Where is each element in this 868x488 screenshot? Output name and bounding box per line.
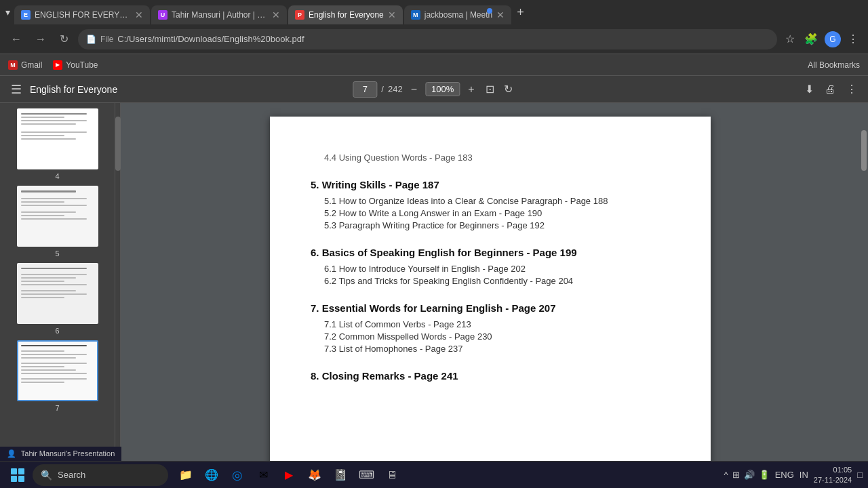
toolbar-icons: ☆ 🧩 G ⋮ (783, 30, 861, 48)
taskbar-app-youtube[interactable]: ▶ (277, 463, 301, 487)
pdf-viewer: 4 5 (0, 103, 868, 488)
bookmark-gmail[interactable]: M Gmail (8, 60, 42, 70)
tab-close-4[interactable]: ✕ (496, 9, 505, 20)
content-scrollbar[interactable] (860, 103, 868, 488)
pdf-thumb-4[interactable]: 4 (5, 108, 109, 180)
pdf-thumb-7[interactable]: 7 (5, 340, 109, 412)
tab-label-3: English for Everyone (309, 10, 384, 20)
tab-3[interactable]: P English for Everyone ✕ (288, 5, 403, 24)
bookmark-star-button[interactable]: ☆ (783, 30, 797, 48)
toc-section-6: 6. Basics of Speaking English for Beginn… (311, 247, 670, 286)
menu-button[interactable]: ⋮ (845, 30, 861, 48)
start-button[interactable] (5, 463, 30, 487)
pdf-sidebar: 4 5 (0, 103, 115, 488)
chevron-up-icon[interactable]: ^ (724, 470, 728, 480)
taskbar-app-edge[interactable]: ◎ (225, 463, 250, 487)
pdf-page: 4.4 Using Question Words - Page 183 5. W… (270, 117, 711, 474)
new-tab-button[interactable]: + (513, 5, 528, 20)
taskbar-search-label: Search (58, 470, 85, 480)
edge-icon: ◎ (232, 468, 243, 483)
file-explorer-icon: 📁 (179, 468, 193, 481)
extension-button[interactable]: 🧩 (802, 30, 821, 48)
tab-close-1[interactable]: ✕ (135, 9, 143, 20)
toc-main-5: 5. Writing Skills - Page 187 (311, 179, 670, 190)
profile-button[interactable]: G (825, 31, 841, 47)
taskbar-app-file-explorer[interactable]: 📁 (174, 463, 198, 487)
forward-button[interactable]: → (31, 30, 50, 48)
toc-sub-6-2: 6.2 Tips and Tricks for Speaking English… (324, 276, 670, 286)
print-button[interactable]: 🖨 (822, 81, 838, 98)
region-label: IN (800, 470, 808, 480)
volume-icon[interactable]: 🔊 (744, 470, 755, 480)
tab-favicon-3: P (295, 10, 304, 20)
pdf-more-button[interactable]: ⋮ (844, 80, 860, 98)
network-icon[interactable]: ⊞ (732, 470, 740, 480)
pdf-thumb-5[interactable]: 5 (5, 186, 109, 258)
zoom-in-button[interactable]: + (464, 82, 478, 97)
toc-section-7: 7. Essential Words for Learning English … (311, 302, 670, 354)
reload-button[interactable]: ↻ (56, 30, 73, 48)
taskbar-app-terminal[interactable]: ⌨ (354, 463, 378, 487)
lang-label: ENG (775, 470, 794, 480)
pdf-thumb-img-4[interactable] (17, 108, 98, 169)
download-button[interactable]: ⬇ (802, 80, 816, 98)
tab-1[interactable]: E ENGLISH FOR EVERYONE From… ✕ (14, 5, 150, 24)
notes-icon: 📓 (334, 468, 347, 481)
url-text: C:/Users/mimti/Downloads/English%20book.… (117, 34, 304, 44)
pdf-toolbar: ☰ English for Everyone / 242 − 100% + ⊡ … (0, 76, 868, 103)
pdf-thumb-img-5[interactable] (17, 186, 98, 247)
zoom-out-button[interactable]: − (407, 82, 421, 97)
pdf-thumb-img-6[interactable] (17, 263, 98, 324)
tooltip-avatar: 👤 (7, 449, 16, 458)
address-bar: ← → ↻ 📄 File C:/Users/mimti/Downloads/En… (0, 24, 868, 54)
toc-sub-5-2: 5.2 How to Write a Long Answer in an Exa… (324, 208, 670, 218)
pdf-page-input[interactable] (353, 81, 377, 98)
tab-close-3[interactable]: ✕ (388, 9, 396, 20)
toc-sub-7-3: 7.3 List of Homophones - Page 237 (324, 344, 670, 354)
toc-sub-7-1: 7.1 List of Common Verbs - Page 213 (324, 319, 670, 329)
pdf-content-area: 4.4 Using Question Words - Page 183 5. W… (121, 103, 860, 488)
youtube-favicon: ▶ (53, 60, 62, 70)
terminal-icon: ⌨ (359, 468, 374, 481)
firefox-icon: 🦊 (308, 468, 321, 481)
pdf-menu-button[interactable]: ☰ (8, 79, 24, 100)
battery-icon[interactable]: 🔋 (759, 470, 770, 480)
tab-list-button[interactable]: ▾ (5, 7, 10, 18)
sidebar-scrollbar[interactable] (115, 103, 121, 488)
tab-favicon-4: M (411, 10, 420, 20)
taskbar-sys-icons: ^ ⊞ 🔊 🔋 (724, 470, 770, 480)
bookmark-youtube[interactable]: ▶ YouTube (53, 60, 98, 70)
toc-section-8: 8. Closing Remarks - Page 241 (311, 370, 670, 382)
url-scheme: File (100, 35, 113, 44)
toc-sub-5-1: 5.1 How to Organize Ideas into a Clear &… (324, 196, 670, 206)
tab-4[interactable]: M jackbosma | Meetn ✕ (404, 5, 512, 24)
notification-icon[interactable]: □ (857, 470, 863, 480)
pdf-thumb-label-6: 6 (55, 327, 59, 335)
pdf-title: English for Everyone (30, 84, 117, 95)
fit-page-button[interactable]: ⊡ (483, 80, 497, 98)
back-button[interactable]: ← (7, 30, 26, 48)
toc-main-7: 7. Essential Words for Learning English … (311, 302, 670, 314)
taskbar-search[interactable]: 🔍 Search (33, 464, 168, 486)
taskbar-app-firefox[interactable]: 🦊 (302, 463, 327, 487)
tasks-icon: 🖥 (387, 469, 397, 481)
pdf-zoom-value: 100% (425, 82, 460, 96)
toc-sub-7-2: 7.2 Common Misspelled Words - Page 230 (324, 331, 670, 342)
tab-2[interactable]: U Tahir Mansuri | Author | Udemy ✕ (151, 5, 287, 24)
taskbar-app-browser[interactable]: 🌐 (199, 463, 224, 487)
all-bookmarks-button[interactable]: All Bookmarks (808, 60, 860, 70)
taskbar-app-mail[interactable]: ✉ (251, 463, 275, 487)
taskbar-clock: 01:05 (814, 465, 852, 474)
pdf-thumb-img-7[interactable] (17, 340, 98, 401)
pdf-thumb-6[interactable]: 6 (5, 263, 109, 335)
url-bar[interactable]: 📄 File C:/Users/mimti/Downloads/English%… (78, 29, 777, 49)
rotate-button[interactable]: ↻ (501, 80, 515, 98)
toc-sub-6-1: 6.1 How to Introduce Yourself in English… (324, 264, 670, 274)
taskbar-app-notes[interactable]: 📓 (328, 463, 353, 487)
taskbar-app-tasks[interactable]: 🖥 (380, 463, 404, 487)
toc-section-top-partial: 4.4 Using Question Words - Page 183 (311, 152, 670, 163)
tab-favicon-2: U (158, 10, 167, 20)
tab-close-2[interactable]: ✕ (272, 9, 280, 20)
taskbar-time[interactable]: 01:05 27-11-2024 (814, 465, 852, 485)
tab-bar: ▾ E ENGLISH FOR EVERYONE From… ✕ U Tahir… (0, 0, 868, 24)
